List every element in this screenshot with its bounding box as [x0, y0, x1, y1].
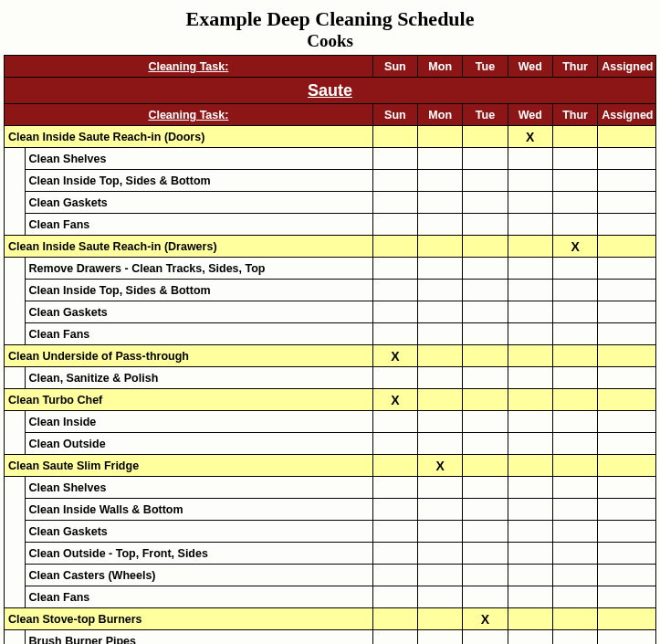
indent-cell [5, 280, 26, 301]
cell-wed [508, 214, 552, 236]
col-task: Cleaning Task: [5, 104, 373, 126]
header-row: Cleaning Task:SunMonTueWedThurAssigned [5, 104, 656, 126]
sub-task-row: Clean Outside - Top, Front, Sides [5, 543, 656, 565]
cell-wed [508, 411, 552, 433]
cell-thur [552, 192, 597, 214]
cell-wed [508, 565, 552, 586]
cell-thur [552, 543, 597, 565]
cell-assigned [598, 301, 656, 323]
cell-tue [463, 126, 508, 148]
cell-wed [508, 148, 552, 170]
cell-sun [372, 214, 417, 236]
cell-tue [463, 433, 508, 455]
col-task: Cleaning Task: [5, 56, 373, 78]
cell-wed: X [508, 126, 552, 148]
cell-sun [372, 411, 417, 433]
cell-thur [552, 214, 597, 236]
cell-assigned [598, 433, 656, 455]
cell-tue [463, 192, 508, 214]
section-title-row: Saute [5, 78, 656, 104]
sub-task-row: Clean Gaskets [5, 192, 656, 214]
main-task-row: Clean Stove-top BurnersX [5, 608, 656, 630]
cell-tue [463, 521, 508, 543]
col-tue: Tue [463, 56, 508, 78]
cell-assigned [598, 367, 656, 389]
sub-task-row: Clean Outside [5, 433, 656, 455]
cell-thur [552, 565, 597, 586]
cell-mon [418, 521, 463, 543]
sub-task-row: Clean Gaskets [5, 301, 656, 323]
cell-assigned [598, 214, 656, 236]
cell-thur [552, 608, 597, 630]
cell-mon [418, 301, 463, 323]
cell-thur [552, 411, 597, 433]
task-label: Clean Fans [25, 586, 372, 608]
indent-cell [5, 543, 26, 565]
col-assigned: Assigned [598, 56, 656, 78]
cell-tue [463, 367, 508, 389]
cell-mon [418, 630, 463, 645]
cell-sun [372, 608, 417, 630]
cell-thur [552, 499, 597, 521]
sub-task-row: Clean Fans [5, 323, 656, 345]
cell-thur [552, 258, 597, 280]
task-label: Clean Gaskets [25, 301, 372, 323]
indent-cell [5, 630, 26, 645]
cell-tue: X [463, 608, 508, 630]
indent-cell [5, 323, 26, 345]
indent-cell [5, 367, 26, 389]
cell-wed [508, 477, 552, 499]
main-task-row: Clean Underside of Pass-throughX [5, 345, 656, 367]
sub-task-row: Clean Fans [5, 214, 656, 236]
cell-sun [372, 543, 417, 565]
cell-tue [463, 236, 508, 258]
cell-tue [463, 389, 508, 411]
cell-mon [418, 367, 463, 389]
sub-task-row: Clean Shelves [5, 477, 656, 499]
cell-tue [463, 258, 508, 280]
cell-thur [552, 126, 597, 148]
task-label: Clean Inside Saute Reach-in (Doors) [5, 126, 373, 148]
col-wed: Wed [508, 56, 552, 78]
cell-thur [552, 148, 597, 170]
cell-tue [463, 630, 508, 645]
task-label: Clean Inside Top, Sides & Bottom [25, 170, 372, 192]
cell-assigned [598, 586, 656, 608]
col-sun: Sun [372, 56, 417, 78]
cell-tue [463, 477, 508, 499]
cell-tue [463, 455, 508, 477]
header-row: Cleaning Task:SunMonTueWedThurAssigned [5, 56, 656, 78]
page-subtitle: Cooks [4, 31, 656, 51]
cell-mon [418, 586, 463, 608]
cell-mon [418, 236, 463, 258]
col-assigned: Assigned [598, 104, 656, 126]
cell-assigned [598, 565, 656, 586]
cell-wed [508, 521, 552, 543]
task-label: Clean Turbo Chef [5, 389, 373, 411]
task-label: Clean Fans [25, 323, 372, 345]
cell-wed [508, 170, 552, 192]
cell-mon [418, 323, 463, 345]
task-label: Clean, Sanitize & Polish [25, 367, 372, 389]
task-label: Clean Shelves [25, 477, 372, 499]
cell-mon: X [418, 455, 463, 477]
cell-sun [372, 258, 417, 280]
cell-wed [508, 586, 552, 608]
cell-tue [463, 301, 508, 323]
task-label: Brush Burner Pipes [25, 630, 372, 645]
cell-sun [372, 192, 417, 214]
cell-mon [418, 477, 463, 499]
cell-tue [463, 170, 508, 192]
cell-assigned [598, 258, 656, 280]
cell-mon [418, 148, 463, 170]
page-title: Example Deep Cleaning Schedule [4, 7, 656, 31]
cell-thur [552, 455, 597, 477]
task-label: Clean Fans [25, 214, 372, 236]
task-label: Clean Inside Walls & Bottom [25, 499, 372, 521]
cell-assigned [598, 280, 656, 301]
indent-cell [5, 499, 26, 521]
main-task-row: Clean Turbo ChefX [5, 389, 656, 411]
indent-cell [5, 170, 26, 192]
cell-sun [372, 126, 417, 148]
cell-sun [372, 565, 417, 586]
